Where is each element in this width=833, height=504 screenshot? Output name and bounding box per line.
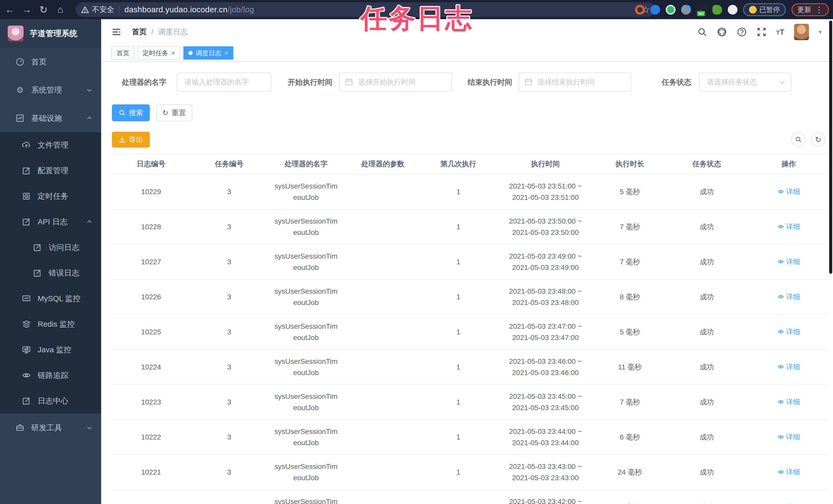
update-button[interactable]: 更新 ⋮: [791, 3, 829, 16]
calendar-icon: [345, 78, 353, 86]
avatar-caret-icon[interactable]: ▾: [819, 28, 822, 35]
fullscreen-icon[interactable]: [757, 27, 766, 37]
browser-home-icon[interactable]: ⌂: [53, 3, 68, 17]
reset-button[interactable]: ↻ 重置: [156, 104, 192, 121]
job-icon: [22, 192, 31, 201]
cell-status: 成功: [665, 455, 749, 490]
sidebar-item-mysql-monitor[interactable]: MySQL 监控: [0, 286, 101, 311]
browser-back-icon[interactable]: ←: [3, 3, 17, 17]
sidebar-item-file-mgmt[interactable]: 文件管理: [0, 132, 101, 158]
cell-exec-count: 1: [421, 350, 496, 384]
cell-handler-param: [344, 350, 421, 384]
sidebar-item-access-log[interactable]: 访问日志: [0, 234, 101, 260]
cell-exec-time: 2021-05-03 23:47:00 ~ 2021-05-03 23:47:0…: [496, 314, 595, 350]
col-status: 任务状态: [665, 154, 749, 174]
detail-link[interactable]: 详细: [778, 257, 800, 266]
cell-log-id: 10222: [111, 420, 191, 455]
extension-blue-icon[interactable]: [650, 5, 660, 15]
search-icon[interactable]: [697, 27, 707, 37]
detail-link[interactable]: 详细: [778, 397, 800, 406]
sidebar-item-infrastructure[interactable]: 基础设施: [0, 104, 101, 132]
detail-link[interactable]: 详细: [778, 327, 800, 336]
github-icon[interactable]: [717, 27, 727, 37]
extension-puzzle-icon[interactable]: [728, 5, 737, 15]
sidebar-item-error-log[interactable]: 错误日志: [0, 260, 101, 286]
tab-job-log[interactable]: 调度日志 ×: [183, 46, 233, 59]
cloud-upload-icon: [22, 141, 31, 150]
hamburger-icon[interactable]: [111, 27, 122, 37]
toggle-search-button[interactable]: [791, 132, 806, 147]
handler-name-input[interactable]: [177, 73, 271, 92]
sidebar-item-log-center[interactable]: 日志中心: [0, 388, 101, 414]
job-status-select[interactable]: [699, 73, 791, 92]
cell-duration: 5 毫秒: [595, 174, 665, 209]
extension-orange-icon[interactable]: [635, 5, 645, 15]
edit-icon: [22, 217, 31, 226]
table-row: 10224 3 sysUserSessionTim eoutJob 1 2021…: [111, 350, 828, 384]
extension-green-check-icon[interactable]: [666, 5, 675, 15]
detail-link-label: 详细: [786, 468, 800, 477]
sidebar-item-trace[interactable]: 链路追踪: [0, 362, 101, 388]
scrollbar-thumb[interactable]: [829, 21, 832, 274]
sidebar-item-scheduled-jobs[interactable]: 定时任务: [0, 183, 101, 209]
exec-time-start: 2021-05-03 23:44:00 ~: [496, 426, 595, 437]
export-button[interactable]: 导出: [112, 132, 150, 148]
cell-handler-param: [344, 420, 421, 455]
sidebar-item-system-mgmt[interactable]: ⚙ 系统管理: [0, 76, 101, 104]
detail-link[interactable]: 详细: [778, 362, 800, 372]
sidebar-item-config-mgmt[interactable]: 配置管理: [0, 158, 101, 183]
sidebar-item-java-monitor[interactable]: Java 监控: [0, 337, 101, 362]
browser-menu-icon[interactable]: ⋮: [815, 5, 823, 14]
insecure-warning-icon: [81, 6, 89, 14]
user-avatar[interactable]: [794, 24, 809, 40]
cell-duration: 8 毫秒: [595, 279, 665, 314]
tab-close-icon[interactable]: ×: [224, 50, 228, 56]
breadcrumb-home[interactable]: 首页: [132, 27, 147, 37]
paused-badge[interactable]: 已暂停: [743, 3, 786, 16]
chevron-up-icon: [86, 115, 92, 121]
browser-forward-icon[interactable]: →: [20, 3, 34, 17]
sidebar-item-home[interactable]: 首页: [0, 48, 101, 76]
cell-exec-time: 2021-05-03 23:44:00 ~ 2021-05-03 23:44:0…: [496, 420, 595, 455]
sidebar-item-redis-monitor[interactable]: Redis 监控: [0, 311, 101, 337]
detail-link[interactable]: 详细: [778, 187, 800, 196]
detail-link[interactable]: 详细: [778, 468, 800, 477]
exec-time-end: 2021-05-03 23:49:00: [496, 262, 595, 273]
browser-reload-icon[interactable]: ↻: [37, 3, 51, 17]
refresh-table-button[interactable]: ↻: [811, 132, 825, 147]
cell-exec-time: 2021-05-03 23:45:00 ~ 2021-05-03 23:45:0…: [496, 384, 595, 420]
tab-close-icon[interactable]: ×: [171, 50, 175, 56]
font-size-icon[interactable]: TT: [776, 28, 784, 36]
breadcrumb-separator: /: [151, 28, 153, 36]
detail-link[interactable]: 详细: [778, 222, 800, 231]
exec-time-end: 2021-05-03 23:51:00: [496, 192, 595, 203]
detail-link-label: 详细: [786, 502, 800, 504]
extension-switch-icon[interactable]: on: [696, 5, 707, 15]
app-logo-row[interactable]: 芋道管理系统: [0, 19, 101, 48]
eye-icon: [778, 469, 784, 475]
tab-home[interactable]: 首页: [111, 46, 135, 59]
sidebar-item-dev-tools[interactable]: 研发工具: [0, 414, 101, 442]
cell-exec-time: 2021-05-03 23:51:00 ~ 2021-05-03 23:51:0…: [496, 174, 595, 209]
cell-handler-name: sysUserSessionTim eoutJob: [268, 350, 344, 384]
detail-link[interactable]: 详细: [778, 292, 800, 301]
detail-link[interactable]: 详细: [778, 432, 800, 442]
cell-exec-count: 1: [421, 420, 496, 455]
search-button[interactable]: 搜索: [112, 104, 150, 121]
end-time-input[interactable]: [519, 73, 631, 92]
sidebar-item-api-log[interactable]: API 日志: [0, 209, 101, 234]
extension-grid-icon[interactable]: [681, 5, 691, 15]
help-icon[interactable]: [737, 27, 747, 37]
url-text[interactable]: dashboard.yudao.iocoder.cn/job/log: [124, 5, 254, 14]
start-time-input[interactable]: [339, 73, 452, 92]
refresh-icon: ↻: [162, 109, 168, 117]
cell-task-id: 3: [191, 209, 268, 244]
detail-link[interactable]: 详细: [778, 502, 800, 504]
sidebar: 芋道管理系统 首页 ⚙ 系统管理 基础设施 文件管理: [0, 19, 101, 504]
extension-leaf-icon[interactable]: [712, 5, 722, 15]
tab-scheduled-jobs[interactable]: 定时任务 ×: [138, 46, 180, 59]
cell-status: 成功: [665, 384, 749, 420]
col-duration: 执行时长: [595, 154, 665, 174]
sidebar-item-label: Java 监控: [38, 345, 92, 355]
cell-task-id: 3: [191, 279, 268, 314]
